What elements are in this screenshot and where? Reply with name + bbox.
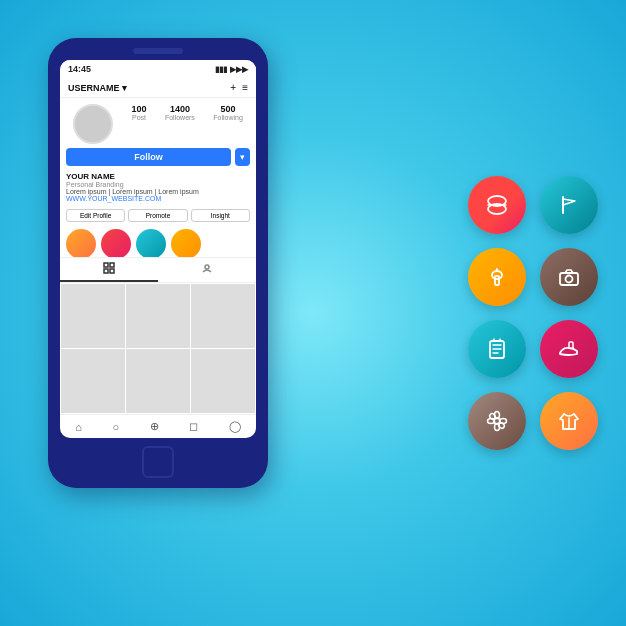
- followers-label: Followers: [165, 114, 195, 121]
- shoe-icon-circle[interactable]: [540, 320, 598, 378]
- posts-count: 100: [132, 104, 147, 114]
- posts-label: Post: [132, 114, 146, 121]
- svg-point-13: [566, 276, 573, 283]
- action-buttons: Edit Profile Promote Insight: [60, 206, 256, 225]
- menu-icon[interactable]: ≡: [242, 82, 248, 93]
- bio-area: YOUR NAME Personal Branding Lorem ipsum …: [60, 170, 256, 206]
- tab-tagged[interactable]: [158, 258, 256, 282]
- svg-rect-0: [104, 263, 108, 267]
- time-display: 14:45: [68, 64, 91, 74]
- following-count: 500: [221, 104, 236, 114]
- status-bar: 14:45 ▮▮▮ ▶▶▶: [60, 60, 256, 78]
- svg-rect-9: [495, 276, 499, 285]
- stats-row: 100 Post 1400 Followers 500 Following: [60, 98, 256, 148]
- status-icons: ▮▮▮ ▶▶▶: [215, 65, 248, 74]
- phone-home-button[interactable]: [142, 446, 174, 478]
- add-nav-icon[interactable]: ⊕: [150, 420, 159, 433]
- tabs-row: [60, 257, 256, 283]
- flag-icon-circle[interactable]: [540, 176, 598, 234]
- phone-screen: 14:45 ▮▮▮ ▶▶▶ USERNAME ▾ + ≡: [60, 60, 256, 438]
- follow-button-row: Follow ▾: [60, 148, 256, 170]
- svg-point-10: [492, 271, 502, 279]
- phone-speaker: [133, 48, 183, 54]
- photo-grid: [60, 283, 256, 414]
- header-icons: + ≡: [230, 82, 248, 93]
- bio-brand: Personal Branding: [66, 181, 250, 188]
- macaron-icon-circle[interactable]: [468, 176, 526, 234]
- username-label: USERNAME: [68, 83, 120, 93]
- insight-button[interactable]: Insight: [191, 209, 250, 222]
- bio-name: YOUR NAME: [66, 172, 250, 181]
- bottom-nav: ⌂ ○ ⊕ ◻ ◯: [60, 414, 256, 438]
- stat-followers: 1400 Followers: [165, 104, 195, 121]
- follow-button[interactable]: Follow: [66, 148, 231, 166]
- tab-grid[interactable]: [60, 258, 158, 282]
- signal-icon: ▶▶▶: [230, 65, 248, 74]
- svg-rect-3: [110, 269, 114, 273]
- bio-website[interactable]: WWW.YOUR_WEBSITE.COM: [66, 195, 250, 202]
- svg-rect-1: [110, 263, 114, 267]
- camera-icon-circle[interactable]: [540, 248, 598, 306]
- grid-photo-5[interactable]: [126, 349, 190, 413]
- grid-photo-6[interactable]: [191, 349, 255, 413]
- followers-count: 1400: [170, 104, 190, 114]
- username-area: USERNAME ▾: [68, 83, 127, 93]
- bio-text: Lorem ipsum | Lorem ipsum | Lorem ipsum: [66, 188, 250, 195]
- highlights-row: [60, 225, 256, 257]
- profile-nav-icon[interactable]: ◯: [229, 420, 241, 433]
- avatar: [73, 104, 113, 144]
- notepad-icon-circle[interactable]: [468, 320, 526, 378]
- chevron-down-icon: ▾: [122, 83, 127, 93]
- flower-icon-circle[interactable]: [468, 392, 526, 450]
- grid-photo-4[interactable]: [61, 349, 125, 413]
- svg-rect-2: [104, 269, 108, 273]
- stat-following: 500 Following: [213, 104, 243, 121]
- grid-photo-2[interactable]: [126, 284, 190, 348]
- battery-icon: ▮▮▮: [215, 65, 227, 74]
- svg-point-4: [205, 265, 209, 269]
- jacket-icon-circle[interactable]: [540, 392, 598, 450]
- ice-cream-icon-circle[interactable]: [468, 248, 526, 306]
- grid-photo-1[interactable]: [61, 284, 125, 348]
- scene: 14:45 ▮▮▮ ▶▶▶ USERNAME ▾ + ≡: [0, 0, 626, 626]
- profile-header: USERNAME ▾ + ≡: [60, 78, 256, 98]
- search-nav-icon[interactable]: ○: [112, 421, 119, 433]
- home-nav-icon[interactable]: ⌂: [75, 421, 82, 433]
- follow-dropdown-button[interactable]: ▾: [235, 148, 250, 166]
- icon-circles-grid: [468, 176, 598, 450]
- add-icon[interactable]: +: [230, 82, 236, 93]
- highlight-2[interactable]: [101, 229, 131, 257]
- grid-photo-3[interactable]: [191, 284, 255, 348]
- stat-posts: 100 Post: [132, 104, 147, 121]
- highlight-4[interactable]: [171, 229, 201, 257]
- highlight-3[interactable]: [136, 229, 166, 257]
- following-label: Following: [213, 114, 243, 121]
- reels-nav-icon[interactable]: ◻: [189, 420, 198, 433]
- phone: 14:45 ▮▮▮ ▶▶▶ USERNAME ▾ + ≡: [48, 38, 268, 488]
- promote-button[interactable]: Promote: [128, 209, 187, 222]
- edit-profile-button[interactable]: Edit Profile: [66, 209, 125, 222]
- highlight-1[interactable]: [66, 229, 96, 257]
